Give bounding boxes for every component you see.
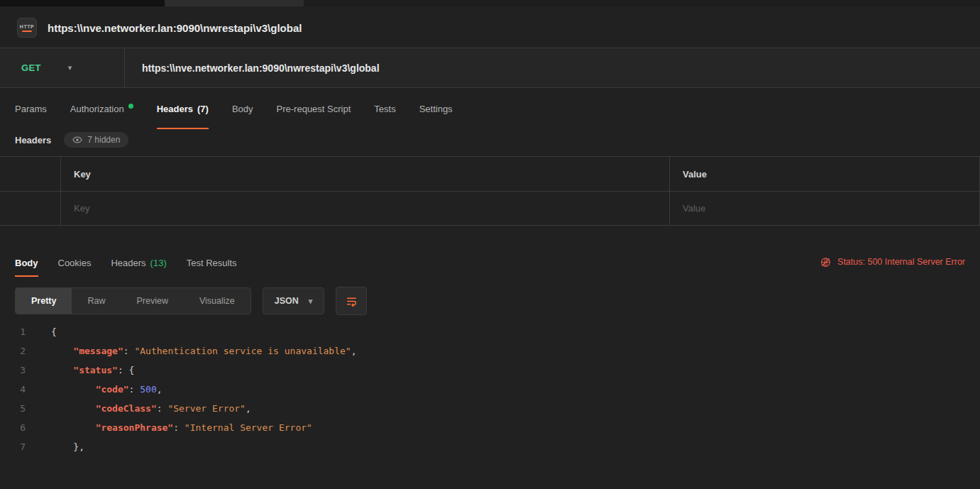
line-number: 1: [0, 326, 34, 337]
code-line: 7 },: [0, 437, 980, 456]
method-selector[interactable]: GET ▾: [0, 48, 125, 87]
tab-params[interactable]: Params: [15, 88, 47, 129]
tab-test-results-label: Test Results: [187, 258, 237, 268]
eye-icon: [72, 135, 82, 145]
tab-test-results[interactable]: Test Results: [187, 248, 237, 277]
code-line: 6 "reasonPhrase": "Internal Server Error…: [0, 418, 980, 437]
table-row: Key Value: [0, 191, 979, 225]
view-raw-button[interactable]: Raw: [72, 288, 121, 314]
code-line-content: "code": 500,: [34, 384, 163, 395]
http-method-icon-label: HTTP: [20, 24, 34, 29]
chevron-down-icon: ▾: [68, 63, 72, 72]
view-pretty-button[interactable]: Pretty: [16, 288, 72, 314]
sidebar-edge: [0, 0, 165, 6]
response-body-code[interactable]: 1{2 "message": "Authentication service i…: [0, 322, 980, 456]
row-handle-cell: [0, 192, 60, 225]
tab-authorization[interactable]: Authorization: [70, 88, 133, 129]
tab-settings-label: Settings: [419, 104, 453, 114]
tab-headers[interactable]: Headers (7): [157, 88, 209, 129]
tab-body-label: Body: [232, 104, 253, 114]
tab-settings[interactable]: Settings: [419, 88, 453, 129]
format-selector[interactable]: JSON ▾: [263, 287, 325, 314]
selection-column-header: [0, 157, 60, 191]
line-number: 7: [0, 441, 34, 452]
tab-response-headers-label: Headers: [111, 258, 145, 268]
tab-headers-count: (7): [197, 104, 209, 114]
status-badge: Status: 500 Internal Server Error: [837, 257, 965, 267]
tab-response-body[interactable]: Body: [15, 248, 38, 277]
request-title-row: HTTP https:\\nve.networker.lan:9090\nwre…: [0, 6, 980, 48]
column-header-value: Value: [669, 157, 979, 191]
headers-section-header: Headers 7 hidden: [0, 129, 980, 156]
line-number: 4: [0, 384, 34, 395]
code-line: 2 "message": "Authentication service is …: [0, 341, 980, 361]
response-view-switcher: Pretty Raw Preview Visualize: [15, 287, 251, 314]
code-line: 4 "code": 500,: [0, 380, 980, 399]
hidden-headers-toggle[interactable]: 7 hidden: [64, 132, 128, 148]
tab-response-cookies-label: Cookies: [58, 258, 92, 268]
view-visualize-button[interactable]: Visualize: [184, 288, 250, 314]
tab-tests[interactable]: Tests: [374, 88, 395, 129]
tab-pre-request-script[interactable]: Pre-request Script: [277, 88, 351, 129]
code-line-content: "codeClass": "Server Error",: [34, 403, 251, 414]
code-line-content: "message": "Authentication service is un…: [34, 346, 357, 356]
app-tab-strip: [0, 0, 980, 6]
tab-tests-label: Tests: [374, 104, 395, 114]
column-header-key: Key: [60, 157, 669, 191]
chevron-down-icon: ▾: [309, 297, 313, 306]
code-line: 5 "codeClass": "Server Error",: [0, 399, 980, 418]
headers-table-header-row: Key Value: [0, 157, 979, 191]
line-number: 3: [0, 365, 34, 375]
postman-window: HTTP https:\\nve.networker.lan:9090\nwre…: [0, 0, 980, 489]
url-input[interactable]: https:\\nve.networker.lan:9090\nwrestapi…: [125, 48, 980, 87]
line-number: 5: [0, 403, 34, 414]
wrap-text-icon: [346, 295, 358, 307]
tab-response-body-label: Body: [15, 258, 38, 268]
ssl-warning-icon: [820, 257, 831, 268]
tab-authorization-label: Authorization: [70, 104, 124, 114]
code-line-content: {: [34, 326, 57, 337]
tab-response-cookies[interactable]: Cookies: [58, 248, 92, 277]
code-line: 3 "status": {: [0, 361, 980, 380]
line-number: 2: [0, 346, 34, 356]
code-line: 1{: [0, 322, 980, 341]
method-label: GET: [21, 62, 41, 73]
headers-table: Key Value Key Value: [0, 156, 980, 226]
tab-body[interactable]: Body: [232, 88, 253, 129]
format-selector-label: JSON: [275, 296, 299, 306]
key-input[interactable]: Key: [60, 192, 669, 225]
view-preview-button[interactable]: Preview: [121, 288, 183, 314]
http-method-icon-accent: [22, 31, 32, 32]
hidden-headers-label: 7 hidden: [87, 135, 120, 145]
authorization-status-dot: [128, 104, 133, 109]
headers-section-title: Headers: [15, 135, 51, 145]
response-tabs: Body Cookies Headers (13) Test Results S…: [0, 248, 980, 277]
tab-headers-label: Headers: [157, 104, 193, 114]
request-tabs: Params Authorization Headers (7) Body Pr…: [0, 88, 980, 129]
wrap-text-button[interactable]: [336, 287, 367, 315]
request-builder-bar: GET ▾ https:\\nve.networker.lan:9090\nwr…: [0, 48, 980, 88]
code-line-content: },: [34, 441, 84, 452]
code-lines: 1{2 "message": "Authentication service i…: [0, 322, 980, 456]
tab-pre-request-script-label: Pre-request Script: [277, 104, 351, 114]
code-line-content: "status": {: [34, 365, 134, 375]
request-tab[interactable]: [165, 0, 304, 6]
tab-response-headers[interactable]: Headers (13): [111, 248, 166, 277]
pane-splitter[interactable]: [0, 226, 980, 248]
response-toolbar: Pretty Raw Preview Visualize JSON ▾: [15, 287, 965, 315]
http-method-icon: HTTP: [17, 18, 37, 38]
value-input[interactable]: Value: [669, 192, 979, 225]
tab-params-label: Params: [15, 104, 47, 114]
tab-response-headers-count: (13): [150, 258, 167, 268]
code-line-content: "reasonPhrase": "Internal Server Error": [34, 422, 312, 433]
request-title-url: https:\\nve.networker.lan:9090\nwrestapi…: [48, 22, 302, 34]
line-number: 6: [0, 422, 34, 433]
response-status[interactable]: Status: 500 Internal Server Error: [820, 248, 965, 277]
